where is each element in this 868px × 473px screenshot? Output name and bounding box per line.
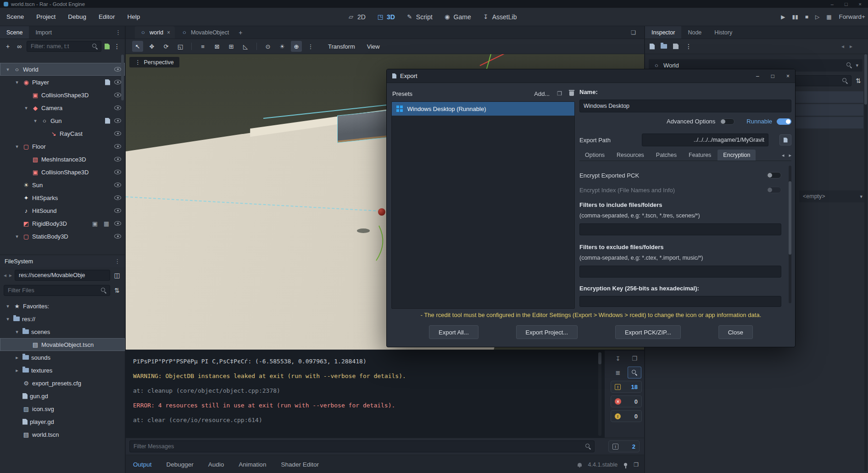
save-log-icon[interactable]: ↧ bbox=[611, 352, 625, 364]
playback-stop-icon[interactable]: ■ bbox=[805, 14, 808, 20]
fold-down-icon[interactable]: ▾ bbox=[14, 144, 20, 150]
move-tool-icon[interactable]: ✥ bbox=[146, 41, 157, 52]
fold-down-icon[interactable]: ▾ bbox=[5, 316, 11, 322]
playback-movie-icon[interactable]: ▦ bbox=[826, 14, 831, 20]
pin-panel-icon[interactable] bbox=[624, 463, 627, 466]
fs-sort-icon[interactable]: ⇅ bbox=[113, 287, 121, 294]
menu-debug[interactable]: Debug bbox=[68, 13, 86, 20]
menu-project[interactable]: Project bbox=[36, 13, 56, 20]
playback-play-scene-icon[interactable]: ▷ bbox=[815, 14, 819, 20]
history-back-icon[interactable]: ◂ bbox=[841, 43, 844, 50]
search-icon[interactable] bbox=[846, 62, 852, 68]
console-scrollbar[interactable] bbox=[598, 352, 601, 436]
group-icon[interactable]: ⊞ bbox=[226, 41, 237, 52]
export-tab-patches[interactable]: Patches bbox=[651, 150, 682, 161]
inspector-tab-node[interactable]: Node bbox=[681, 26, 708, 39]
list-select-icon[interactable]: ≡ bbox=[197, 41, 208, 52]
advanced-options-toggle[interactable] bbox=[720, 118, 734, 125]
inspector-tab-inspector[interactable]: Inspector bbox=[645, 26, 681, 39]
viewport-view-menu[interactable]: ⋮ Perspective bbox=[129, 57, 179, 67]
output-badge-info[interactable]: 2 bbox=[608, 440, 640, 452]
menu-help[interactable]: Help bbox=[127, 13, 140, 20]
instance-scene-button[interactable]: ∞ bbox=[15, 43, 23, 50]
lock-icon[interactable]: ⊠ bbox=[211, 41, 223, 52]
fs-path-input[interactable] bbox=[15, 270, 110, 281]
playback-pause-icon[interactable]: ▮▮ bbox=[792, 14, 798, 20]
bottom-tab-debugger[interactable]: Debugger bbox=[167, 461, 194, 468]
filesystem-row[interactable]: ▤MovableObject.tscn bbox=[0, 338, 125, 351]
scene-tree-row[interactable]: ▾▢StaticBody3D bbox=[0, 230, 125, 243]
scene-tree-scrollbar[interactable] bbox=[121, 55, 124, 100]
filesystem-row[interactable]: ⚙export_presets.cfg bbox=[0, 377, 125, 390]
save-resource-icon[interactable] bbox=[673, 44, 679, 49]
filesystem-more-icon[interactable]: ⋮ bbox=[115, 258, 121, 265]
collapse-duplicates-icon[interactable]: ≣ bbox=[611, 367, 625, 378]
fold-down-icon[interactable]: ▾ bbox=[14, 79, 20, 85]
fold-down-icon[interactable]: ▾ bbox=[32, 118, 39, 124]
visibility-eye-icon[interactable] bbox=[114, 118, 121, 123]
fold-right-icon[interactable]: ▸ bbox=[14, 355, 20, 361]
filesystem-row[interactable]: player.gd bbox=[0, 415, 125, 428]
filesystem-row[interactable]: ▨icon.svg bbox=[0, 402, 125, 415]
export-pck-zip-button[interactable]: Export PCK/ZIP... bbox=[615, 325, 681, 339]
scene-tree-row[interactable]: ▾▢Floor bbox=[0, 140, 125, 153]
export-all-button[interactable]: Export All... bbox=[429, 325, 479, 339]
scene-tree-row[interactable]: ☀Sun bbox=[0, 178, 125, 191]
property-resource-picker[interactable]: <empty> ▾ bbox=[799, 190, 866, 202]
export-project-button[interactable]: Export Project... bbox=[516, 325, 578, 339]
encryption-key-input[interactable] bbox=[579, 296, 781, 307]
visibility-eye-icon[interactable] bbox=[114, 195, 121, 200]
copy-log-icon[interactable]: ❐ bbox=[628, 352, 641, 364]
encrypt-pck-toggle[interactable] bbox=[767, 172, 781, 178]
playback-play-icon[interactable]: ▶ bbox=[781, 14, 785, 20]
filesystem-row[interactable]: ▾res:// bbox=[0, 312, 125, 325]
more-icon[interactable]: ⋮ bbox=[305, 41, 316, 52]
filesystem-row[interactable]: ▸sounds bbox=[0, 351, 125, 364]
dialog-maximize-button[interactable]: □ bbox=[771, 73, 774, 79]
transform-menu[interactable]: Transform bbox=[328, 43, 355, 50]
bottom-tab-audio[interactable]: Audio bbox=[208, 461, 224, 468]
window-titlebar[interactable]: world.tscn - Rar - Godot Engine – □ × bbox=[0, 0, 868, 8]
encrypt-index-toggle[interactable] bbox=[767, 187, 781, 193]
visibility-eye-icon[interactable] bbox=[114, 93, 121, 97]
resource-more-icon[interactable]: ⋮ bbox=[684, 43, 693, 50]
filesystem-row[interactable]: ▤world.tscn bbox=[0, 428, 125, 441]
scene-tree-row[interactable]: ▧MeshInstance3D bbox=[0, 153, 125, 166]
console-search-icon[interactable] bbox=[628, 367, 641, 378]
export-tab-options[interactable]: Options bbox=[579, 150, 610, 161]
fs-split-view-icon[interactable]: ◫ bbox=[113, 272, 121, 279]
visibility-eye-icon[interactable] bbox=[114, 144, 121, 149]
history-forward-icon[interactable]: ▸ bbox=[850, 43, 852, 50]
scene-tree-row[interactable]: ▾○Gun bbox=[0, 114, 125, 127]
add-node-button[interactable]: + bbox=[4, 43, 12, 50]
workspace-assetlib[interactable]: ↧AssetLib bbox=[482, 13, 517, 21]
sun-icon[interactable]: ☀ bbox=[277, 41, 288, 52]
fs-back-button[interactable]: ◂ bbox=[4, 272, 6, 278]
fs-filter-input[interactable] bbox=[4, 285, 110, 296]
scale-tool-icon[interactable]: ◱ bbox=[175, 41, 186, 52]
view-menu[interactable]: View bbox=[367, 43, 380, 50]
visibility-eye-icon[interactable] bbox=[114, 106, 121, 110]
tabs-scroll-left-icon[interactable]: ◂ bbox=[782, 152, 785, 158]
inspector-tab-history[interactable]: History bbox=[708, 26, 739, 39]
menu-scene[interactable]: Scene bbox=[6, 13, 24, 20]
scene-tree-row[interactable]: ♪HitSound bbox=[0, 204, 125, 217]
visibility-eye-icon[interactable] bbox=[114, 131, 121, 136]
scene-tab-world[interactable]: ○world× bbox=[135, 26, 175, 39]
visibility-eye-icon[interactable] bbox=[114, 170, 121, 174]
preset-item[interactable]: Windows Desktop (Runnable) bbox=[392, 102, 574, 116]
runnable-toggle[interactable] bbox=[777, 118, 791, 125]
browse-path-button[interactable] bbox=[779, 134, 791, 145]
export-tab-encryption[interactable]: Encryption bbox=[718, 150, 756, 161]
environment-icon[interactable]: ⊕ bbox=[291, 41, 302, 52]
add-preset-button[interactable]: Add... bbox=[534, 90, 550, 97]
workspace-3d[interactable]: ◳3D bbox=[377, 13, 395, 21]
scene-tree-row[interactable]: ▾◉Player bbox=[0, 76, 125, 89]
attach-script-button[interactable] bbox=[105, 44, 110, 50]
output-badge-messages[interactable]: 18 bbox=[611, 381, 642, 393]
distraction-free-icon[interactable]: ❏ bbox=[631, 26, 636, 39]
scene-filter-input[interactable] bbox=[27, 41, 101, 52]
scene-tree-row[interactable]: ✦HitSparks bbox=[0, 191, 125, 204]
delete-preset-icon[interactable] bbox=[569, 91, 574, 96]
scene-tree-row[interactable]: ▣CollisionShape3D bbox=[0, 89, 125, 101]
